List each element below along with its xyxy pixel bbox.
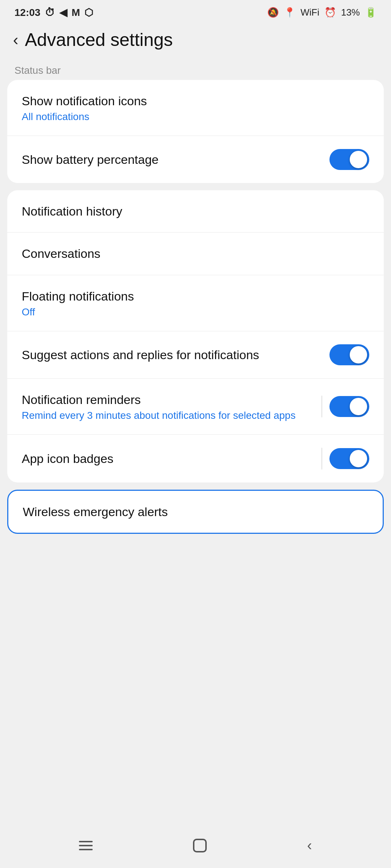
- setting-show-battery-percentage[interactable]: Show battery percentage: [7, 136, 384, 183]
- section-label-statusbar: Status bar: [0, 59, 391, 80]
- alarm-icon: ⏰: [324, 7, 336, 18]
- back-nav-button[interactable]: ‹: [307, 837, 312, 854]
- home-button[interactable]: [193, 839, 207, 852]
- status-bar-right: 🔕 📍 WiFi ⏰ 13% 🔋: [267, 7, 377, 18]
- card-wireless-emergency-alerts[interactable]: Wireless emergency alerts: [7, 490, 384, 534]
- setting-title-floating-notifications: Floating notifications: [22, 288, 362, 304]
- page-title: Advanced settings: [25, 29, 173, 50]
- setting-title-notification-icons: Show notification icons: [22, 93, 362, 109]
- setting-title-notification-history: Notification history: [22, 203, 362, 219]
- setting-title-battery-percent: Show battery percentage: [22, 152, 322, 167]
- setting-show-notification-icons[interactable]: Show notification icons All notification…: [7, 80, 384, 136]
- setting-subtitle-notification-icons: All notifications: [22, 111, 362, 123]
- security-icon: ⬡: [84, 7, 93, 18]
- setting-subtitle-notification-reminders: Remind every 3 minutes about notificatio…: [22, 410, 314, 421]
- divider-app-icon-badges: [321, 448, 322, 469]
- card-notifications: Notification history Conversations Float…: [7, 190, 384, 482]
- setting-wireless-emergency-alerts[interactable]: Wireless emergency alerts: [8, 491, 383, 533]
- setting-subtitle-floating-notifications: Off: [22, 306, 362, 318]
- wifi-icon: WiFi: [300, 7, 319, 18]
- status-bar-left: 12:03 ⏱ ◀ M ⬡: [14, 7, 93, 18]
- toggle-suggest-actions[interactable]: [329, 344, 369, 365]
- back-button[interactable]: ‹: [13, 32, 18, 48]
- card-statusbar: Show notification icons All notification…: [7, 80, 384, 183]
- setting-title-notification-reminders: Notification reminders: [22, 392, 314, 408]
- status-bar: 12:03 ⏱ ◀ M ⬡ 🔕 📍 WiFi ⏰ 13% 🔋: [0, 0, 391, 22]
- toggle-battery-percentage[interactable]: [329, 149, 369, 170]
- setting-title-wireless-emergency-alerts: Wireless emergency alerts: [23, 504, 361, 520]
- setting-title-app-icon-badges: App icon badges: [22, 451, 314, 467]
- volume-off-icon: ◀: [59, 7, 67, 18]
- divider-notification-reminders: [321, 396, 322, 417]
- setting-title-conversations: Conversations: [22, 246, 362, 261]
- mute-icon: 🔕: [267, 7, 279, 18]
- battery-icon: 🔋: [365, 7, 377, 18]
- setting-notification-history[interactable]: Notification history: [7, 190, 384, 233]
- setting-notification-reminders[interactable]: Notification reminders Remind every 3 mi…: [7, 379, 384, 435]
- gmail-icon: M: [72, 7, 80, 18]
- timer-icon: ⏱: [45, 7, 55, 18]
- setting-suggest-actions[interactable]: Suggest actions and replies for notifica…: [7, 331, 384, 379]
- location-icon: 📍: [284, 7, 295, 18]
- nav-bar: ‹: [0, 827, 391, 868]
- setting-conversations[interactable]: Conversations: [7, 233, 384, 275]
- menu-button[interactable]: [79, 841, 93, 850]
- toggle-notification-reminders[interactable]: [329, 396, 369, 417]
- battery-percent: 13%: [341, 7, 360, 18]
- setting-title-suggest-actions: Suggest actions and replies for notifica…: [22, 347, 322, 363]
- setting-app-icon-badges[interactable]: App icon badges: [7, 435, 384, 482]
- toggle-app-icon-badges[interactable]: [329, 448, 369, 469]
- time-display: 12:03: [14, 7, 41, 18]
- setting-floating-notifications[interactable]: Floating notifications Off: [7, 275, 384, 331]
- page-header: ‹ Advanced settings: [0, 22, 391, 59]
